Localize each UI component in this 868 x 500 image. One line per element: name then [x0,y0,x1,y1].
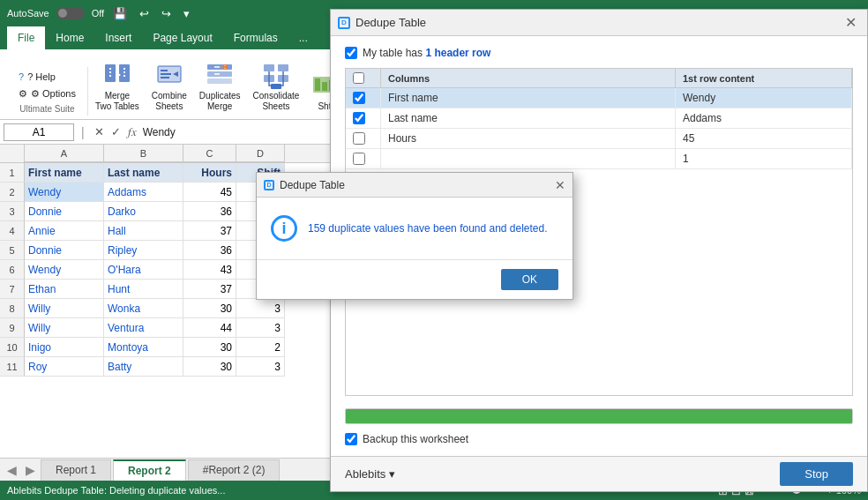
cell-b8[interactable]: Wonka [104,299,183,318]
cell-b11[interactable]: Batty [104,357,183,377]
ablebits-label: Ablebits ▾ [345,467,395,481]
col-th-content: 1st row content [676,69,852,87]
tab-home[interactable]: Home [45,26,94,49]
svg-rect-3 [109,71,111,73]
merge-duplicates-icon [206,61,234,89]
cell-b10[interactable]: Montoya [104,338,183,357]
combine-sheets-button[interactable]: CombineSheets [146,57,192,116]
combine-sheets-icon [155,61,183,89]
cell-a1[interactable]: First name [25,163,104,183]
cell-c9[interactable]: 44 [183,318,236,338]
undo-icon[interactable]: ↩ [136,5,153,22]
cell-c7[interactable]: 37 [183,280,236,299]
cell-b4[interactable]: Hall [104,221,183,241]
sheet-tab-report1[interactable]: Report 1 [41,459,111,481]
merge-duplicates-button[interactable]: DuplicatesMerge [194,57,246,116]
svg-rect-11 [161,70,168,71]
cell-d8[interactable]: 3 [236,299,285,318]
columns-table-body: First name Wendy Last name Addams Ho [346,88,852,169]
cell-b7[interactable]: Hunt [104,280,183,299]
col-content-2: Addams [676,108,852,128]
cell-c4[interactable]: 37 [183,221,236,241]
tab-insert[interactable]: Insert [94,26,142,49]
sheet-tab-report2-copy[interactable]: #Report 2 (2) [188,459,281,481]
cell-a8[interactable]: Willy [25,299,104,318]
cell-b9[interactable]: Ventura [104,318,183,338]
merge-two-tables-icon [103,61,131,89]
list-item[interactable]: First name Wendy [346,88,852,108]
cell-c5[interactable]: 36 [183,241,236,260]
cell-a5[interactable]: Donnie [25,241,104,260]
cell-a9[interactable]: Willy [25,318,104,338]
cell-c10[interactable]: 30 [183,338,236,357]
cell-a2[interactable]: Wendy [25,183,104,202]
cell-c8[interactable]: 30 [183,299,236,318]
cell-b3[interactable]: Darko [104,202,183,221]
autosave-off-label: Off [92,8,104,19]
list-item[interactable]: Hours 45 [346,129,852,149]
combine-sheets-label: CombineSheets [152,91,187,112]
sheet-nav-prev[interactable]: ◀ [4,463,20,477]
options-button[interactable]: ⚙ ⚙ Options [14,86,80,102]
tab-page-layout[interactable]: Page Layout [142,26,222,49]
cell-d10[interactable]: 2 [236,338,285,357]
autosave-toggle[interactable] [56,7,85,19]
merge-two-tables-button[interactable]: MergeTwo Tables [90,57,145,116]
columns-table-header: Columns 1st row content [346,69,852,88]
list-item[interactable]: Last name Addams [346,108,852,129]
cell-a6[interactable]: Wendy [25,260,104,280]
cell-c11[interactable]: 30 [183,357,236,377]
insert-function-icon[interactable]: 𝑓𝑥 [125,125,139,139]
svg-rect-22 [271,84,281,89]
cell-d11[interactable]: 3 [236,357,285,377]
title-bar-left: AutoSave Off 💾 ↩ ↪ ▾ [7,5,260,22]
header-row-checkbox[interactable] [345,47,357,59]
notify-close-button[interactable]: ✕ [555,178,565,192]
col-checkbox-4[interactable] [353,153,365,165]
ablebits-brand[interactable]: Ablebits ▾ [345,467,395,481]
tab-more[interactable]: ... [288,26,318,49]
cell-b1[interactable]: Last name [104,163,183,183]
cell-a3[interactable]: Donnie [25,202,104,221]
cell-b5[interactable]: Ripley [104,241,183,260]
stop-button[interactable]: Stop [780,462,853,486]
cancel-icon[interactable]: ✕ [92,125,107,138]
save-icon[interactable]: 💾 [109,5,131,22]
tab-formulas[interactable]: Formulas [223,26,288,49]
redo-icon[interactable]: ↪ [158,5,175,22]
panel-title-icon: D [338,17,350,29]
sheet-tab-report2[interactable]: Report 2 [113,459,186,481]
quick-access-dropdown[interactable]: ▾ [180,5,193,22]
options-icon: ⚙ [19,88,27,100]
tab-file[interactable]: File [7,26,45,49]
name-box[interactable]: A1 [4,123,74,141]
cell-c1[interactable]: Hours [183,163,236,183]
ok-button[interactable]: OK [501,269,558,290]
cell-a10[interactable]: Inigo [25,338,104,357]
cell-b2[interactable]: Addams [104,183,183,202]
col-name-3: Hours [381,129,676,148]
cell-d9[interactable]: 3 [236,318,285,338]
backup-checkbox[interactable] [345,433,357,445]
svg-rect-19 [278,64,288,71]
svg-rect-5 [123,68,125,70]
cell-b6[interactable]: O'Hara [104,260,183,280]
list-item[interactable]: 1 [346,149,852,169]
col-checkbox-1[interactable] [353,92,365,104]
col-th-checkbox [346,69,381,87]
cell-c2[interactable]: 45 [183,183,236,202]
cell-a7[interactable]: Ethan [25,280,104,299]
panel-close-button[interactable]: ✕ [842,14,860,31]
cell-c3[interactable]: 36 [183,202,236,221]
cell-c6[interactable]: 43 [183,260,236,280]
col-checkbox-2[interactable] [353,112,365,124]
col-checkbox-3[interactable] [353,132,365,145]
cell-a4[interactable]: Annie [25,221,104,241]
help-button[interactable]: ? ? Help [14,69,80,85]
select-all-checkbox[interactable] [353,72,364,84]
cell-a11[interactable]: Roy [25,357,104,377]
sheet-nav-next[interactable]: ▶ [22,463,39,477]
consolidate-sheets-button[interactable]: ConsolidateSheets [248,57,305,116]
notify-title-bar: D Dedupe Table ✕ [257,173,572,198]
confirm-icon[interactable]: ✓ [108,125,123,138]
